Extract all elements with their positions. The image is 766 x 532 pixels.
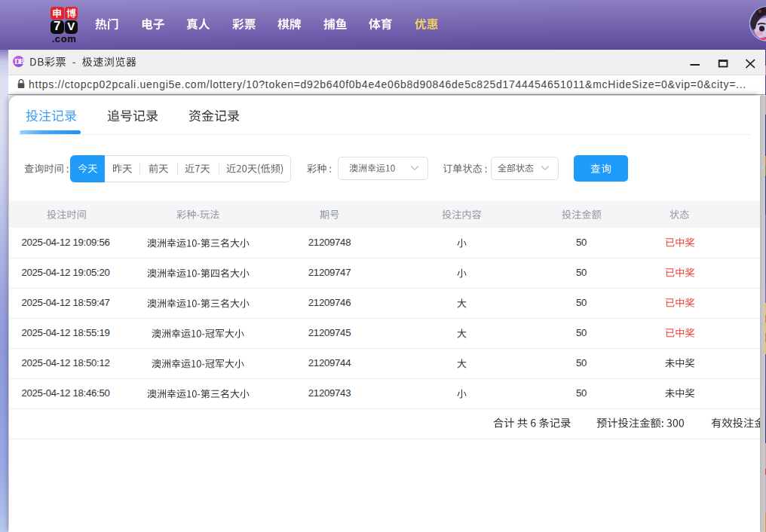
svg-text:DB: DB bbox=[14, 57, 24, 66]
